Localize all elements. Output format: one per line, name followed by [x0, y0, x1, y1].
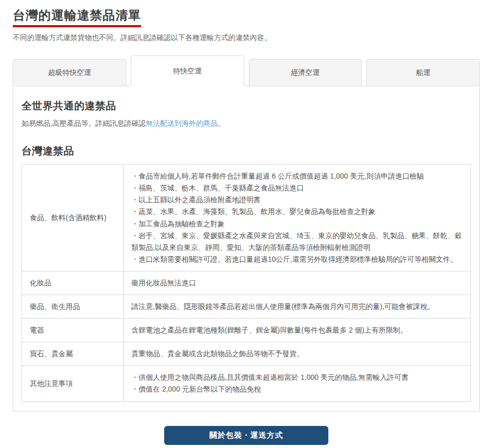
detail-line: ・供個人使用之物與商品樣品,且其價值未超過相當於 1,000 美元的物品,無需輸… — [131, 372, 463, 383]
category-cell: 化妝品 — [22, 271, 124, 295]
desc-text: 如易燃品,高壓產品等。詳細訊息請確認 — [22, 119, 146, 127]
tab-ship[interactable]: 船運 — [366, 59, 480, 86]
tab-panel: 全世界共通的違禁品 如易燃品,高壓產品等。詳細訊息請確認無法配送到海外的商品。 … — [13, 86, 480, 411]
cta-wrap: 關於包裝・運送方式 — [13, 426, 480, 445]
detail-line: 藥用化妝品無法進口 — [131, 277, 463, 289]
prohibited-items-table: 食品、飲料(含酒精飲料)・食品寄給個人時,若單件郵件合計重量超過 6 公斤或價值… — [22, 164, 471, 401]
overseas-prohibited-items-link[interactable]: 無法配送到海外的商品 — [146, 119, 218, 127]
detail-line: ・食品寄給個人時,若單件郵件合計重量超過 6 公斤或價值超過 1,000 美元,… — [131, 170, 463, 182]
detail-line: 請注意,醫藥品、隱形眼鏡等產品若超出個人使用量(標準為兩個月內可用完的量),可能… — [131, 301, 463, 313]
detail-line: 含鋰電池之產品在鋰電池種類(鋰離子、鋰金屬)與數量(每件包裹最多 2 個)上有所… — [131, 324, 463, 336]
detail-line: ・岩手、宮城、東京、愛媛縣產之水產與來自宮城、埼玉、東京的嬰幼兒食品、乳製品、糖… — [131, 230, 463, 254]
detail-cell: 含鋰電池之產品在鋰電池種類(鋰離子、鋰金屬)與數量(每件包裹最多 2 個)上有所… — [124, 319, 471, 342]
page: 台灣的運輸違禁品清單 不同的運輸方式違禁貨物也不同。詳細訊息請確認以下各種運輸方… — [0, 0, 492, 448]
table-row: 藥品、衛生用品請注意,醫藥品、隱形眼鏡等產品若超出個人使用量(標準為兩個月內可用… — [22, 295, 471, 319]
prohibited-table-body: 食品、飲料(含酒精飲料)・食品寄給個人時,若單件郵件合計重量超過 6 公斤或價值… — [22, 165, 471, 401]
detail-line: ・蔬菜、水果、水產、海藻類、乳製品、飲用水、嬰兒食品為每批檢查之對象 — [131, 206, 463, 218]
category-cell: 寶石、貴金屬 — [22, 342, 124, 366]
tab-express-air[interactable]: 特快空運 — [131, 55, 244, 86]
table-row: 其他注意事項・供個人使用之物與商品樣品,且其價值未超過相當於 1,000 美元的… — [22, 366, 471, 401]
detail-line: ・以上五縣以外之產品須檢附產地證明書 — [131, 194, 463, 206]
detail-line: ・加工食品為抽驗檢查之對象 — [131, 218, 463, 230]
detail-cell: ・食品寄給個人時,若單件郵件合計重量超過 6 公斤或價值超過 1,000 美元,… — [124, 165, 471, 271]
category-cell: 食品、飲料(含酒精飲料) — [22, 165, 124, 271]
detail-line: ・進口米類需要相關許可證。若進口量超過10公斤,還需另外取得經濟部標準檢驗局的許… — [131, 254, 463, 265]
packing-shipping-button[interactable]: 關於包裝・運送方式 — [164, 426, 328, 445]
table-row: 寶石、貴金屬貴重物品、貴金屬或含此類物品之飾品等物不予發貨。 — [22, 342, 471, 366]
detail-line: ・價值在 2,000 元新台幣以下的物品免稅 — [131, 383, 463, 395]
category-cell: 藥品、衛生用品 — [22, 295, 124, 319]
worldwide-prohibited-desc: 如易燃品,高壓產品等。詳細訊息請確認無法配送到海外的商品。 — [22, 118, 471, 129]
taiwan-prohibited-heading: 台灣違禁品 — [22, 144, 471, 158]
table-row: 食品、飲料(含酒精飲料)・食品寄給個人時,若單件郵件合計重量超過 6 公斤或價值… — [22, 165, 471, 271]
page-title: 台灣的運輸違禁品清單 — [13, 7, 141, 27]
tab-bar: 超級特快空運特快空運經濟空運船運 — [13, 55, 480, 86]
detail-line: 貴重物品、貴金屬或含此類物品之飾品等物不予發貨。 — [131, 348, 463, 360]
worldwide-prohibited-heading: 全世界共通的違禁品 — [22, 99, 471, 113]
detail-cell: ・供個人使用之物與商品樣品,且其價值未超過相當於 1,000 美元的物品,無需輸… — [124, 366, 471, 401]
detail-cell: 請注意,醫藥品、隱形眼鏡等產品若超出個人使用量(標準為兩個月內可用完的量),可能… — [124, 295, 471, 319]
table-row: 電器含鋰電池之產品在鋰電池種類(鋰離子、鋰金屬)與數量(每件包裹最多 2 個)上… — [22, 319, 471, 342]
table-row: 化妝品藥用化妝品無法進口 — [22, 271, 471, 295]
detail-cell: 貴重物品、貴金屬或含此類物品之飾品等物不予發貨。 — [124, 342, 471, 366]
detail-line: ・福島、茨城、栃木、群馬、千葉縣產之食品無法進口 — [131, 182, 463, 194]
tab-super-express-air[interactable]: 超級特快空運 — [13, 59, 126, 86]
desc-suffix: 。 — [218, 119, 225, 127]
detail-cell: 藥用化妝品無法進口 — [124, 271, 471, 295]
page-subtitle: 不同的運輸方式違禁貨物也不同。詳細訊息請確認以下各種運輸方式的違禁內容。 — [13, 32, 480, 43]
category-cell: 電器 — [22, 319, 124, 342]
category-cell: 其他注意事項 — [22, 366, 124, 401]
tab-economy-air[interactable]: 經濟空運 — [249, 59, 362, 86]
